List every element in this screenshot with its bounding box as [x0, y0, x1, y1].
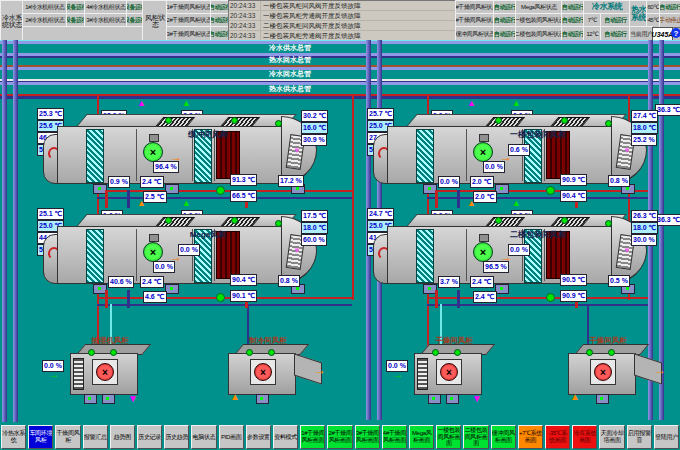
toolbar-button[interactable]: 车间环境风柜	[28, 425, 53, 449]
help-icon[interactable]: ?	[671, 28, 680, 38]
toolbar-button[interactable]: 缓冲间风柜画面	[491, 425, 516, 449]
ahu-unit[interactable]: 24.7 ℃ 25.0 ℃ 41.4 % 50.0 % 0.0 % 0.0 % …	[365, 208, 660, 308]
outflow-arrow-icon: →	[654, 366, 666, 375]
damper-actuator-icon	[428, 394, 441, 404]
ahu-name-label: Mega风柜	[145, 229, 271, 240]
valve-open-pct: 0.9 %	[108, 176, 130, 188]
ahu-supply-setpoint: 18.0 ℃	[301, 222, 328, 234]
ahu-return-temp: 24.7 ℃	[367, 208, 394, 220]
status-light	[275, 120, 282, 127]
alarm-row[interactable]: 20:24:33 一楼包装风柜旁通阀开度反馈故障	[229, 11, 456, 21]
ahu-mid-value: 0.0 %	[508, 244, 530, 256]
inflow-arrow-icon: →	[392, 370, 404, 379]
ahu-name-label: 一楼包装间风柜	[475, 129, 601, 140]
alarm-list: 20:24:33 一楼包装风柜回风阀开度反馈故障 20:24:33 一楼包装风柜…	[228, 0, 457, 42]
alarm-time: 20:24:33	[229, 11, 261, 20]
section-divider	[136, 229, 137, 281]
water-return-branch-pipe	[457, 290, 460, 308]
ahu-unit[interactable]: 25.3 ℃ 25.6 ℃ 46.0 % 50.0 % 98.0 % 2.3 %…	[35, 108, 330, 208]
inflow-arrow-icon: ▲	[570, 392, 580, 401]
toolbar-button[interactable]: 天面冷却塔画面	[599, 425, 624, 449]
toolbar-button[interactable]: 启用报警音	[627, 425, 652, 449]
outflow-arrow-icon: ▼	[128, 394, 138, 403]
toolbar-button[interactable]: 一楼包装间风柜画面	[436, 425, 461, 449]
alarm-text: 一楼包装风柜旁通阀开度反馈故障	[261, 11, 456, 20]
toolbar-button[interactable]: 冷热水系统	[1, 425, 26, 449]
ahu-supply-humidity: 30.9 %	[301, 134, 327, 146]
status-light	[454, 349, 461, 356]
chiller-section-label: 冷水系统状态	[0, 0, 24, 42]
exhaust-unit[interactable]: 制冷间风柜 × → ▼ ▲ →	[198, 336, 338, 406]
hot-water-temp-value: 90.9 ℃	[560, 174, 587, 186]
exhaust-unit[interactable]: 干燥间风柜 × 0.0 % → ▼ ▲ →	[384, 336, 524, 406]
ahu-supply-setpoint: 18.0 ℃	[631, 122, 658, 134]
water-return-branch-pipe	[127, 190, 130, 208]
supply-fan-icon: ×	[143, 142, 163, 162]
toolbar-button[interactable]: 登陆用户	[654, 425, 679, 449]
toolbar-button[interactable]: 冷库系统画面	[572, 425, 597, 449]
water-return-branch-pipe	[457, 190, 460, 208]
toolbar-button[interactable]: -35℃系统画面	[545, 425, 570, 449]
toolbar-button[interactable]: 历史趋势	[164, 425, 189, 449]
flow-arrow-icon: ▲	[467, 99, 476, 108]
ahu-unit[interactable]: 25.7 ℃ 25.0 ℃ 27.6 % 50.0 % 0.0 % 0.0 % …	[365, 108, 660, 208]
ahu-unit[interactable]: 25.1 ℃ 25.0 ℃ 44.7 % 50.0 % 1.6 % 1.0 % …	[35, 208, 330, 308]
bypass-arrow-icon: ▼	[293, 246, 301, 255]
exhaust-fan-icon: ×	[96, 363, 114, 381]
status-light	[165, 217, 172, 224]
outflow-arrow-icon: →	[314, 366, 326, 375]
mixing-damper-icon	[416, 129, 434, 183]
toolbar-button[interactable]: 参数设置	[246, 425, 271, 449]
pipe-label: 热水供水总管	[245, 84, 335, 94]
toolbar-button[interactable]: PID画面	[219, 425, 244, 449]
toolbar-button[interactable]: 二楼包装间风柜画面	[463, 425, 488, 449]
toolbar-button[interactable]: 电脑状态	[191, 425, 216, 449]
hot-water-temp-value: 90.5 ℃	[560, 274, 587, 286]
alarm-time: 20:24:33	[229, 1, 261, 10]
flow-arrow-icon: ▲	[512, 99, 521, 108]
ahu-mid-value: 0.6 %	[508, 144, 530, 156]
inflow-arrow-icon: ▲	[230, 392, 240, 401]
outflow-arrow-icon: ▼	[472, 394, 482, 403]
toolbar-button[interactable]: 历史记录	[137, 425, 162, 449]
toolbar-button[interactable]: 1#干燥间风柜画面	[300, 425, 325, 449]
toolbar-button[interactable]: 3#干燥间风柜画面	[355, 425, 380, 449]
water-temp-value: 2.0 ℃	[470, 176, 494, 188]
toolbar-button[interactable]: 趋势图	[110, 425, 135, 449]
damper-actuator-icon	[446, 394, 459, 404]
toolbar-button[interactable]: 2#干燥间风柜画面	[327, 425, 352, 449]
valve-open-pct: 40.6 %	[108, 276, 134, 288]
ahu-supply-temp: 17.5 ℃	[301, 210, 328, 222]
status-light	[605, 120, 612, 127]
ahu-mid-value: 96.4 %	[153, 161, 179, 173]
exhaust-unit[interactable]: 抽湿机风柜 × 0.0 % → ▼ ▲ →	[40, 336, 180, 406]
toolbar-button[interactable]: 干燥间风柜	[55, 425, 80, 449]
status-light	[432, 349, 439, 356]
alarm-row[interactable]: 20:24:33 一楼包装风柜回风阀开度反馈故障	[229, 1, 456, 11]
fan-section-label: 风柜状态	[142, 0, 168, 42]
ahu-supply-temp: 30.2 ℃	[301, 110, 328, 122]
toolbar-button[interactable]: 4#干燥间风柜画面	[382, 425, 407, 449]
ahu-supply-setpoint: 18.0 ℃	[631, 222, 658, 234]
ahu-mid-value: 0.0 %	[178, 244, 200, 256]
exhaust-fan-icon: ×	[254, 363, 272, 381]
cold-return-line	[0, 79, 680, 81]
riser-pipe	[2, 40, 7, 422]
toolbar-button[interactable]: 资料模式	[273, 425, 298, 449]
water-temp-value: 2.4 ℃	[140, 176, 164, 188]
alarm-row[interactable]: 20:24:33 二楼包装风柜回风阀开度反馈故障	[229, 21, 456, 31]
toolbar-button[interactable]: 报警汇总	[83, 425, 108, 449]
alarm-time: 20:24:33	[229, 21, 261, 30]
toolbar-button[interactable]: +7℃系统画面	[518, 425, 543, 449]
water-temp-value: 2.5 ℃	[143, 191, 167, 203]
bypass-arrow-icon: ▼	[293, 146, 301, 155]
alarm-text: 一楼包装风柜回风阀开度反馈故障	[261, 1, 456, 10]
status-light	[246, 349, 253, 356]
status-light	[165, 117, 172, 124]
exhaust-unit[interactable]: 干燥间风柜 × → ▼ ▲ →	[538, 336, 678, 406]
status-light	[561, 217, 568, 224]
damper-actuator-icon	[165, 284, 179, 294]
status-light	[495, 117, 502, 124]
toolbar-button[interactable]: Mega风柜画面	[409, 425, 434, 449]
ahu-return-temp: 25.1 ℃	[37, 208, 64, 220]
